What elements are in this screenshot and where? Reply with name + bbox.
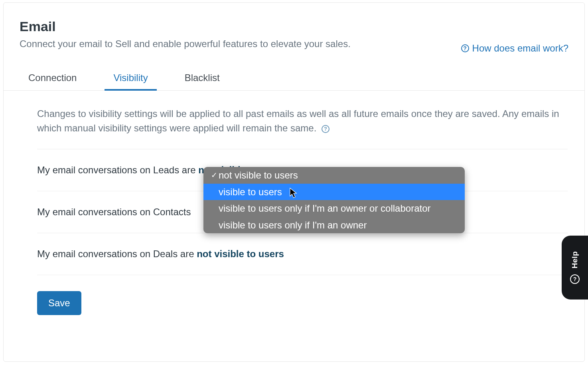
help-side-label: Help: [570, 251, 579, 268]
help-side-tab[interactable]: Help ?: [562, 236, 588, 300]
visibility-notice-text: Changes to visibility settings will be a…: [37, 108, 559, 133]
dropdown-option-label: visible to users: [219, 185, 282, 199]
question-circle-icon[interactable]: ?: [322, 125, 330, 133]
save-button[interactable]: Save: [37, 291, 81, 315]
dropdown-option-label: visible to users only if I'm an owner: [219, 218, 367, 232]
dropdown-option-not-visible[interactable]: ✓ not visible to users: [203, 167, 465, 184]
help-link[interactable]: ? How does email work?: [461, 43, 568, 54]
page-title: Email: [20, 19, 351, 34]
question-circle-icon: ?: [570, 274, 580, 284]
row-leads-label: My email conversations on Leads are: [37, 165, 196, 175]
dropdown-option-visible[interactable]: visible to users: [203, 184, 465, 200]
tab-blacklist[interactable]: Blacklist: [176, 68, 229, 91]
row-deals-label: My email conversations on Deals are: [37, 248, 197, 259]
tabs: Connection Visibility Blacklist: [4, 68, 584, 91]
row-deals-value[interactable]: not visible to users: [197, 248, 284, 259]
help-link-label: How does email work?: [472, 43, 568, 54]
visibility-dropdown[interactable]: ✓ not visible to users visible to users …: [203, 167, 465, 233]
dropdown-option-label: not visible to users: [219, 169, 298, 182]
header: Email Connect your email to Sell and ena…: [4, 3, 584, 54]
dropdown-option-owner-collab[interactable]: visible to users only if I'm an owner or…: [203, 200, 465, 217]
check-icon: ✓: [210, 170, 219, 181]
page-subtitle: Connect your email to Sell and enable po…: [20, 38, 351, 50]
tab-visibility[interactable]: Visibility: [105, 68, 156, 91]
tab-connection[interactable]: Connection: [20, 68, 85, 91]
dropdown-option-label: visible to users only if I'm an owner or…: [219, 202, 430, 215]
row-contacts-label: My email conversations on Contacts: [37, 206, 191, 217]
visibility-notice: Changes to visibility settings will be a…: [37, 107, 568, 149]
dropdown-option-owner[interactable]: visible to users only if I'm an owner: [203, 217, 465, 234]
question-circle-icon: ?: [461, 44, 469, 52]
row-deals: My email conversations on Deals are not …: [37, 233, 568, 275]
